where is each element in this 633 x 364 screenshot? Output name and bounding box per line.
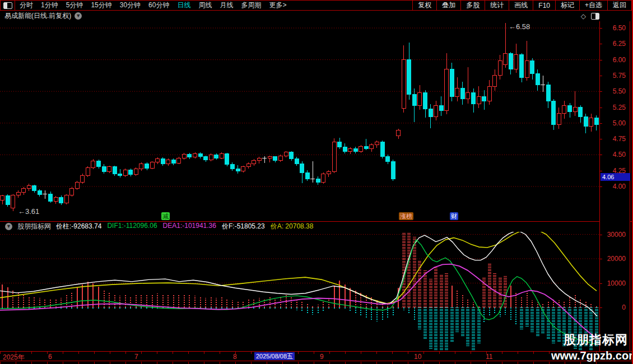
axis-tick [600,155,602,155]
title-bar: 易成新能(日线.前复权) ▼ ◇ [0,11,632,21]
indicator-axis-label: 0 [622,304,626,311]
diamond-icon[interactable]: ◇ [581,12,586,20]
price-axis-label: 4.25 [613,167,626,175]
axis-tick [600,307,602,308]
indicator-chart[interactable] [0,231,599,351]
toolbar-button[interactable]: 返回 [607,1,631,10]
price-axis-label: 6.50 [613,24,626,32]
toolbar-button[interactable]: 画线 [509,1,533,10]
bottom-scroll-strip[interactable] [0,361,632,364]
toolbar-button[interactable]: +自选 [579,1,607,10]
indicator-field: 价F:-51805.23 [222,222,265,231]
title-dropdown-icon[interactable]: ▼ [75,12,82,20]
selected-date-label: 2025/08/08五 [254,352,295,360]
price-axis-label: 6.00 [613,56,626,64]
period-tab[interactable]: 月线 [220,1,233,10]
axis-tick [600,44,602,44]
price-axis-label: 5.00 [613,119,626,127]
trading-app-window: 分时1分钟5分钟15分钟30分钟60分钟日线周线月线多周期更多> 复权叠加多股统… [0,0,633,364]
period-tab[interactable]: 30分钟 [120,1,141,10]
window-split-icon [3,2,12,9]
indicator-field: DIF1:-112096.06 [107,222,157,231]
axis-tick [600,123,602,124]
toolbar-button[interactable]: 多股 [460,1,485,10]
indicator-axis-label: 10000 [607,279,626,287]
period-tab[interactable]: 多周期 [241,1,261,10]
month-label: 7 [134,353,138,361]
period-tab[interactable]: 1分钟 [41,1,58,10]
axis-tick [600,28,602,29]
month-label: 9 [320,353,324,361]
indicator-field: DEA1:-101941.36 [163,222,216,231]
month-label: 6 [48,353,52,361]
toolbar-right-buttons: 复权叠加多股统计画线F10标记+自选返回 [412,1,631,10]
period-tab[interactable]: 60分钟 [148,1,169,10]
svg-text:←3.61: ←3.61 [18,207,39,216]
watermark-site-name: 股朋指标网 [564,332,628,348]
event-badge[interactable]: 财 [450,212,458,220]
indicator-svg [0,231,599,351]
period-tabs: 分时1分钟5分钟15分钟30分钟60分钟日线周线月线多周期更多> [15,1,286,10]
toolbar-button[interactable]: 统计 [485,1,509,10]
axis-tick [600,186,602,187]
axis-tick [600,259,602,259]
indicator-dropdown-icon[interactable]: ▼ [5,223,12,230]
split-view-icon[interactable] [591,13,599,20]
toolbar-button[interactable]: 标记 [555,1,579,10]
toolbar-button[interactable]: 叠加 [436,1,460,10]
period-tab[interactable]: 周线 [198,1,212,10]
axis-tick [600,91,602,92]
period-tab[interactable]: 日线 [177,1,190,10]
indicator-values: 价柱:-92683.74DIF1:-112096.06DEA1:-101941.… [56,222,313,231]
toolbar-button[interactable]: F10 [533,1,555,10]
period-tab[interactable]: 5分钟 [66,1,83,10]
axis-tick [600,171,602,171]
date-axis[interactable]: 2025年 2025/08/08五 67891011 [0,351,632,361]
top-toolbar: 分时1分钟5分钟15分钟30分钟60分钟日线周线月线多周期更多> 复权叠加多股统… [0,0,632,11]
candlestick-svg: ←6.58←3.61 [0,21,599,221]
price-axis-label: 4.00 [613,183,626,190]
axis-tick [600,283,602,284]
price-axis-label: 4.50 [613,151,626,158]
page-title: 易成新能(日线.前复权) [0,11,71,21]
indicator-field: 价A: 20708.38 [271,222,314,231]
indicator-axis-label: 20000 [607,255,626,263]
period-tab[interactable]: 15分钟 [91,1,111,10]
indicator-source-label: 股朋指标网 [17,222,51,231]
svg-text:←6.58: ←6.58 [509,22,530,31]
axis-tick [600,76,602,76]
date-ticks [0,352,599,354]
price-axis-label: 5.50 [613,87,626,95]
price-axis-label: 5.25 [613,104,626,111]
window-layout-button[interactable] [1,1,15,10]
indicator-field: 价柱:-92683.74 [56,222,101,231]
indicator-header: ▼ 股朋指标网 价柱:-92683.74DIF1:-112096.06DEA1:… [0,222,601,231]
event-badge[interactable]: 涨榜 [399,212,413,220]
axis-tick [600,60,602,60]
price-axis: 4.06 6.506.256.005.755.505.255.004.754.5… [599,21,630,351]
month-label: 10 [414,353,421,361]
month-label: 11 [486,353,492,361]
period-tab[interactable]: 分时 [20,1,33,10]
price-axis-label: 6.25 [613,40,626,48]
toolbar-button[interactable]: 复权 [412,1,436,10]
event-badge[interactable]: 减 [161,212,170,220]
price-axis-label: 5.75 [613,72,626,80]
watermark-site-url: www.7gpzb.com [551,349,633,362]
candlestick-chart[interactable]: ←6.58←3.61 减涨榜财 [0,21,599,221]
price-axis-label: 4.75 [613,135,626,143]
axis-tick [600,139,602,139]
axis-tick [600,108,602,108]
panel-separator [0,221,632,222]
period-tab[interactable]: 更多> [269,1,286,10]
axis-tick [600,235,602,235]
indicator-axis-label: 30000 [607,231,626,239]
month-label: 8 [233,353,237,361]
